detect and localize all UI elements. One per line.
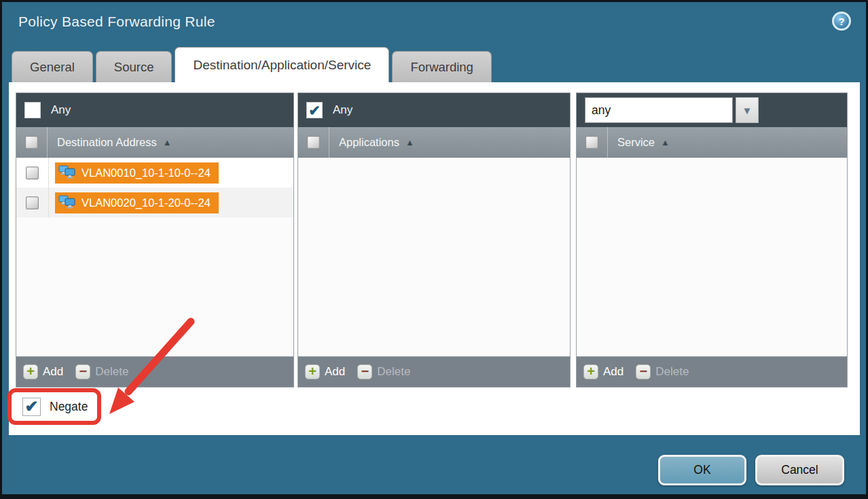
applications-footer: + Add − Delete: [298, 356, 570, 387]
add-button[interactable]: + Add: [305, 364, 345, 379]
add-button[interactable]: + Add: [23, 364, 63, 379]
add-button[interactable]: + Add: [583, 364, 623, 379]
address-entry[interactable]: VLAN0020_10-1-20-0--24: [55, 192, 219, 213]
negate-checkbox[interactable]: ✔: [22, 398, 41, 416]
address-entry-label: VLAN0010_10-1-10-0--24: [82, 167, 211, 179]
ok-button[interactable]: OK: [658, 455, 746, 485]
network-address-icon: [58, 165, 76, 180]
service-dropdown-button[interactable]: ▼: [736, 97, 759, 123]
destination-any-label: Any: [51, 103, 71, 117]
delete-label: Delete: [95, 365, 128, 379]
add-label: Add: [325, 365, 345, 379]
add-label: Add: [603, 365, 623, 379]
service-header-checkbox-cell: [577, 127, 608, 158]
service-column-header: Service ▲: [577, 127, 847, 158]
table-row: VLAN0020_10-1-20-0--24: [16, 188, 293, 218]
chevron-down-icon: ▼: [742, 105, 753, 116]
sort-ascending-icon[interactable]: ▲: [163, 137, 172, 148]
delete-label: Delete: [655, 365, 689, 379]
dialog-body: Any Destination Address ▲: [9, 82, 860, 435]
applications-column-title: Applications: [339, 136, 399, 149]
delete-button[interactable]: − Delete: [75, 364, 128, 379]
delete-icon: −: [357, 364, 372, 379]
negate-highlight-box: ✔ Negate: [7, 388, 101, 425]
destination-column-header: Destination Address ▲: [16, 127, 293, 158]
applications-list: [298, 158, 570, 356]
table-row: VLAN0010_10-1-10-0--24: [16, 158, 293, 188]
cancel-button[interactable]: Cancel: [755, 455, 844, 485]
service-footer: + Add − Delete: [577, 356, 847, 387]
delete-icon: −: [636, 364, 651, 379]
policy-forwarding-dialog: Policy Based Forwarding Rule ? General S…: [0, 0, 868, 499]
sort-ascending-icon[interactable]: ▲: [661, 137, 670, 148]
service-select-all-checkbox[interactable]: [585, 136, 598, 149]
address-entry-label: VLAN0020_10-1-20-0--24: [82, 196, 211, 209]
service-column-title: Service: [617, 136, 655, 149]
destination-list: VLAN0010_10-1-10-0--24: [16, 158, 293, 356]
network-address-icon: [58, 195, 76, 210]
service-list: [577, 158, 847, 356]
service-dropdown-value[interactable]: any: [585, 97, 733, 123]
help-glyph: ?: [838, 16, 844, 27]
applications-select-all-checkbox[interactable]: [307, 136, 320, 149]
destination-footer: + Add − Delete: [16, 356, 293, 387]
plus-glyph: +: [308, 364, 317, 378]
help-icon[interactable]: ?: [832, 12, 851, 31]
delete-label: Delete: [377, 365, 410, 379]
destination-any-checkbox[interactable]: [24, 102, 41, 118]
minus-glyph: −: [639, 364, 647, 378]
row-checkbox[interactable]: [26, 196, 39, 209]
service-panel: any ▼ Service ▲ +: [576, 92, 848, 388]
delete-button[interactable]: − Delete: [636, 364, 689, 379]
tab-general[interactable]: General: [12, 51, 93, 82]
negate-label: Negate: [50, 400, 88, 414]
delete-icon: −: [75, 364, 90, 379]
applications-any-label: Any: [333, 103, 352, 117]
tab-forwarding[interactable]: Forwarding: [392, 51, 492, 82]
row-checkbox[interactable]: [26, 167, 39, 179]
address-entry[interactable]: VLAN0010_10-1-10-0--24: [55, 162, 219, 184]
tab-destination-application-service[interactable]: Destination/Application/Service: [175, 47, 389, 82]
destination-select-all-checkbox[interactable]: [25, 136, 38, 149]
add-icon: +: [23, 364, 38, 379]
checkmark-icon: ✔: [24, 398, 38, 415]
tab-source[interactable]: Source: [96, 51, 173, 82]
minus-glyph: −: [361, 364, 369, 378]
plus-glyph: +: [587, 364, 595, 378]
service-dropdown: any ▼: [585, 97, 759, 123]
destination-any-bar: Any: [16, 93, 293, 127]
delete-button[interactable]: − Delete: [357, 364, 410, 379]
destination-panel: Any Destination Address ▲: [16, 92, 294, 388]
sort-ascending-icon[interactable]: ▲: [405, 137, 414, 148]
applications-column-header: Applications ▲: [298, 127, 570, 158]
add-label: Add: [43, 365, 63, 379]
panels-row: Any Destination Address ▲: [16, 92, 848, 388]
applications-any-checkbox[interactable]: ✔: [306, 102, 323, 118]
service-any-bar: any ▼: [577, 93, 847, 127]
checkmark-icon: ✔: [308, 103, 321, 118]
plus-glyph: +: [26, 364, 35, 378]
dialog-title: Policy Based Forwarding Rule: [18, 14, 215, 30]
destination-column-title: Destination Address: [57, 136, 157, 149]
row-checkbox-cell: [16, 158, 49, 188]
applications-panel: ✔ Any Applications ▲ + Add: [297, 92, 571, 388]
row-checkbox-cell: [16, 188, 49, 218]
minus-glyph: −: [79, 364, 87, 378]
applications-any-bar: ✔ Any: [298, 93, 570, 127]
tab-bar: General Source Destination/Application/S…: [12, 47, 492, 82]
add-icon: +: [305, 364, 320, 379]
add-icon: +: [583, 364, 598, 379]
applications-header-checkbox-cell: [298, 127, 329, 158]
destination-header-checkbox-cell: [16, 127, 48, 158]
